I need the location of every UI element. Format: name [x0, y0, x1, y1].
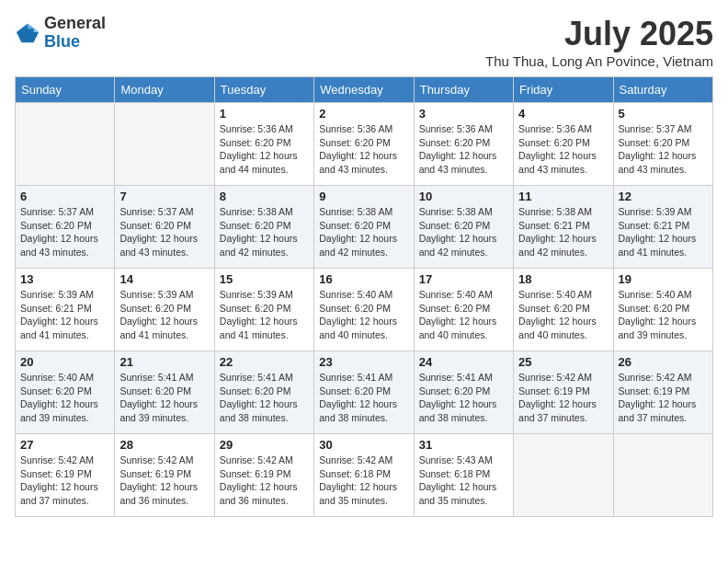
logo-general-text: General	[44, 15, 106, 33]
calendar-day-cell	[115, 103, 214, 186]
day-info: Sunrise: 5:40 AM Sunset: 6:20 PM Dayligh…	[20, 371, 109, 425]
page-header: General Blue July 2025 Thu Thua, Long An…	[15, 15, 713, 69]
month-year-title: July 2025	[485, 15, 713, 53]
day-number: 18	[518, 272, 608, 286]
calendar-day-cell: 8Sunrise: 5:38 AM Sunset: 6:20 PM Daylig…	[214, 186, 313, 269]
day-info: Sunrise: 5:40 AM Sunset: 6:20 PM Dayligh…	[319, 288, 408, 342]
title-block: July 2025 Thu Thua, Long An Povince, Vie…	[485, 15, 713, 69]
calendar-table: Sunday Monday Tuesday Wednesday Thursday…	[15, 76, 713, 517]
day-info: Sunrise: 5:39 AM Sunset: 6:20 PM Dayligh…	[119, 288, 209, 342]
day-info: Sunrise: 5:38 AM Sunset: 6:20 PM Dayligh…	[419, 205, 508, 259]
day-info: Sunrise: 5:42 AM Sunset: 6:18 PM Dayligh…	[319, 454, 408, 508]
day-info: Sunrise: 5:36 AM Sunset: 6:20 PM Dayligh…	[419, 122, 508, 177]
calendar-week-row: 20Sunrise: 5:40 AM Sunset: 6:20 PM Dayli…	[16, 351, 713, 434]
calendar-day-cell: 18Sunrise: 5:40 AM Sunset: 6:20 PM Dayli…	[514, 269, 613, 351]
day-info: Sunrise: 5:42 AM Sunset: 6:19 PM Dayligh…	[220, 454, 309, 508]
calendar-day-cell: 16Sunrise: 5:40 AM Sunset: 6:20 PM Dayli…	[314, 269, 414, 351]
day-number: 4	[518, 107, 608, 121]
day-info: Sunrise: 5:36 AM Sunset: 6:20 PM Dayligh…	[319, 122, 408, 177]
calendar-day-cell: 30Sunrise: 5:42 AM Sunset: 6:18 PM Dayli…	[314, 434, 414, 517]
day-number: 26	[619, 355, 708, 369]
calendar-day-cell: 27Sunrise: 5:42 AM Sunset: 6:19 PM Dayli…	[16, 434, 115, 517]
calendar-week-row: 6Sunrise: 5:37 AM Sunset: 6:20 PM Daylig…	[16, 186, 713, 269]
day-number: 30	[319, 438, 408, 452]
calendar-day-cell: 17Sunrise: 5:40 AM Sunset: 6:20 PM Dayli…	[414, 269, 513, 351]
header-monday: Monday	[115, 77, 214, 103]
day-number: 15	[220, 272, 309, 286]
calendar-day-cell: 23Sunrise: 5:41 AM Sunset: 6:20 PM Dayli…	[314, 351, 414, 434]
day-info: Sunrise: 5:39 AM Sunset: 6:20 PM Dayligh…	[220, 288, 309, 342]
day-number: 28	[119, 438, 209, 452]
day-info: Sunrise: 5:36 AM Sunset: 6:20 PM Dayligh…	[220, 122, 309, 177]
calendar-day-cell	[16, 103, 115, 186]
day-number: 23	[319, 355, 408, 369]
calendar-day-cell: 2Sunrise: 5:36 AM Sunset: 6:20 PM Daylig…	[314, 103, 414, 186]
day-info: Sunrise: 5:41 AM Sunset: 6:20 PM Dayligh…	[119, 371, 209, 425]
day-info: Sunrise: 5:42 AM Sunset: 6:19 PM Dayligh…	[119, 454, 209, 508]
day-number: 13	[20, 272, 109, 286]
day-number: 3	[419, 107, 508, 121]
day-number: 24	[419, 355, 508, 369]
day-info: Sunrise: 5:40 AM Sunset: 6:20 PM Dayligh…	[619, 288, 708, 342]
calendar-day-cell: 7Sunrise: 5:37 AM Sunset: 6:20 PM Daylig…	[115, 186, 214, 269]
day-number: 21	[119, 355, 209, 369]
day-number: 6	[20, 190, 109, 203]
day-number: 22	[220, 355, 309, 369]
calendar-day-cell: 19Sunrise: 5:40 AM Sunset: 6:20 PM Dayli…	[613, 269, 712, 351]
day-info: Sunrise: 5:41 AM Sunset: 6:20 PM Dayligh…	[220, 371, 309, 425]
calendar-day-cell: 20Sunrise: 5:40 AM Sunset: 6:20 PM Dayli…	[16, 351, 115, 434]
day-number: 11	[518, 190, 608, 203]
day-info: Sunrise: 5:39 AM Sunset: 6:21 PM Dayligh…	[20, 288, 109, 342]
day-number: 2	[319, 107, 408, 121]
header-wednesday: Wednesday	[314, 77, 414, 103]
logo: General Blue	[15, 15, 106, 52]
header-sunday: Sunday	[16, 77, 115, 103]
location-subtitle: Thu Thua, Long An Povince, Vietnam	[485, 53, 713, 69]
calendar-week-row: 1Sunrise: 5:36 AM Sunset: 6:20 PM Daylig…	[16, 103, 713, 186]
header-friday: Friday	[514, 77, 613, 103]
day-info: Sunrise: 5:38 AM Sunset: 6:20 PM Dayligh…	[319, 205, 408, 259]
day-number: 31	[419, 438, 508, 452]
header-saturday: Saturday	[613, 77, 712, 103]
calendar-day-cell: 1Sunrise: 5:36 AM Sunset: 6:20 PM Daylig…	[214, 103, 313, 186]
day-info: Sunrise: 5:40 AM Sunset: 6:20 PM Dayligh…	[419, 288, 508, 342]
calendar-day-cell: 6Sunrise: 5:37 AM Sunset: 6:20 PM Daylig…	[16, 186, 115, 269]
day-info: Sunrise: 5:41 AM Sunset: 6:20 PM Dayligh…	[319, 371, 408, 425]
day-info: Sunrise: 5:43 AM Sunset: 6:18 PM Dayligh…	[419, 454, 508, 508]
calendar-day-cell: 11Sunrise: 5:38 AM Sunset: 6:21 PM Dayli…	[514, 186, 613, 269]
day-number: 8	[220, 190, 309, 203]
calendar-day-cell: 14Sunrise: 5:39 AM Sunset: 6:20 PM Dayli…	[115, 269, 214, 351]
day-info: Sunrise: 5:42 AM Sunset: 6:19 PM Dayligh…	[518, 371, 608, 425]
calendar-day-cell: 3Sunrise: 5:36 AM Sunset: 6:20 PM Daylig…	[414, 103, 513, 186]
day-number: 10	[419, 190, 508, 203]
day-number: 19	[619, 272, 708, 286]
day-number: 9	[319, 190, 408, 203]
calendar-day-cell: 13Sunrise: 5:39 AM Sunset: 6:21 PM Dayli…	[16, 269, 115, 351]
day-number: 5	[619, 107, 708, 121]
day-number: 7	[119, 190, 209, 203]
calendar-day-cell: 15Sunrise: 5:39 AM Sunset: 6:20 PM Dayli…	[214, 269, 313, 351]
day-info: Sunrise: 5:36 AM Sunset: 6:20 PM Dayligh…	[518, 122, 608, 177]
calendar-day-cell: 31Sunrise: 5:43 AM Sunset: 6:18 PM Dayli…	[414, 434, 513, 517]
day-info: Sunrise: 5:42 AM Sunset: 6:19 PM Dayligh…	[619, 371, 708, 425]
calendar-week-row: 13Sunrise: 5:39 AM Sunset: 6:21 PM Dayli…	[16, 269, 713, 351]
calendar-day-cell: 22Sunrise: 5:41 AM Sunset: 6:20 PM Dayli…	[214, 351, 313, 434]
calendar-day-cell: 29Sunrise: 5:42 AM Sunset: 6:19 PM Dayli…	[214, 434, 313, 517]
day-info: Sunrise: 5:41 AM Sunset: 6:20 PM Dayligh…	[419, 371, 508, 425]
logo-text: General Blue	[44, 15, 106, 52]
calendar-day-cell: 21Sunrise: 5:41 AM Sunset: 6:20 PM Dayli…	[115, 351, 214, 434]
calendar-header-row: Sunday Monday Tuesday Wednesday Thursday…	[16, 77, 713, 103]
calendar-day-cell: 26Sunrise: 5:42 AM Sunset: 6:19 PM Dayli…	[613, 351, 712, 434]
day-number: 14	[119, 272, 209, 286]
header-tuesday: Tuesday	[214, 77, 313, 103]
header-thursday: Thursday	[414, 77, 513, 103]
day-info: Sunrise: 5:42 AM Sunset: 6:19 PM Dayligh…	[20, 454, 109, 508]
day-info: Sunrise: 5:38 AM Sunset: 6:20 PM Dayligh…	[220, 205, 309, 259]
day-info: Sunrise: 5:37 AM Sunset: 6:20 PM Dayligh…	[119, 205, 209, 259]
day-info: Sunrise: 5:39 AM Sunset: 6:21 PM Dayligh…	[619, 205, 708, 259]
logo-blue-text: Blue	[44, 33, 106, 52]
logo-icon	[15, 20, 40, 46]
day-number: 29	[220, 438, 309, 452]
calendar-day-cell: 4Sunrise: 5:36 AM Sunset: 6:20 PM Daylig…	[514, 103, 613, 186]
day-info: Sunrise: 5:40 AM Sunset: 6:20 PM Dayligh…	[518, 288, 608, 342]
